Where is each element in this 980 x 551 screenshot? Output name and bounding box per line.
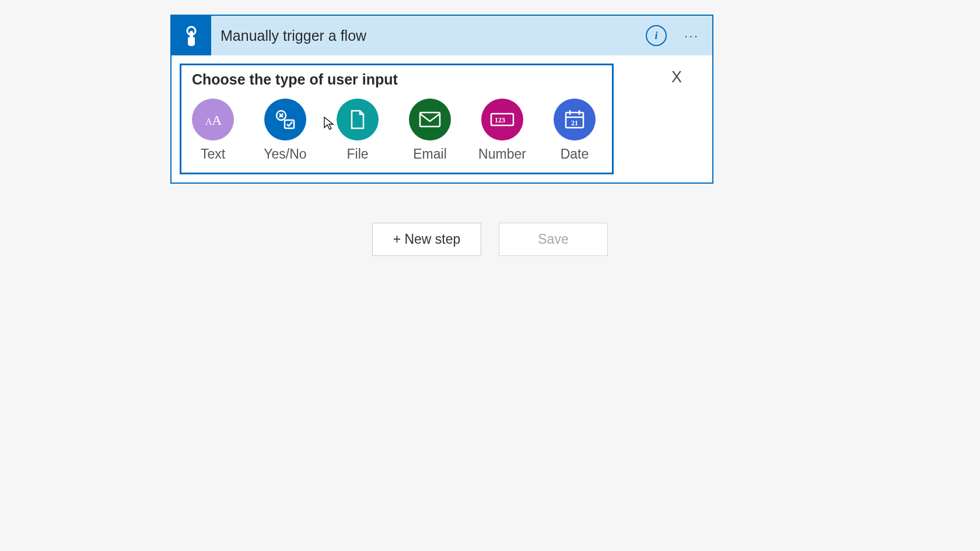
email-icon [409, 99, 451, 141]
trigger-header: Manually trigger a flow i ··· [172, 16, 712, 55]
file-icon [337, 99, 379, 141]
input-options-row: A A Text [192, 94, 601, 162]
input-option-yesno[interactable]: Yes/No [264, 99, 306, 162]
save-button: Save [499, 223, 608, 256]
input-option-label: Email [413, 146, 447, 162]
input-type-panel: Choose the type of user input A A Text [180, 64, 614, 174]
svg-text:21: 21 [571, 119, 578, 127]
text-icon: A A [192, 99, 234, 141]
input-option-label: Text [201, 146, 225, 162]
input-option-label: File [346, 146, 368, 162]
yesno-icon [264, 99, 306, 141]
input-option-label: Yes/No [264, 146, 306, 162]
info-icon[interactable]: i [646, 25, 667, 46]
input-option-date[interactable]: 21 Date [554, 99, 596, 162]
close-panel-button[interactable]: X [671, 68, 682, 86]
svg-rect-8 [420, 113, 440, 127]
panel-heading: Choose the type of user input [192, 71, 601, 88]
svg-text:123: 123 [495, 116, 505, 124]
more-options-icon[interactable]: ··· [677, 24, 706, 47]
trigger-body: Choose the type of user input A A Text [172, 55, 712, 183]
input-option-file[interactable]: File [337, 99, 379, 162]
input-option-number[interactable]: 123 Number [481, 99, 523, 162]
touch-icon [180, 24, 203, 47]
trigger-title: Manually trigger a flow [211, 27, 646, 44]
new-step-button[interactable]: + New step [372, 223, 481, 256]
calendar-icon: 21 [554, 99, 596, 141]
number-icon: 123 [481, 99, 523, 141]
trigger-card: Manually trigger a flow i ··· Choose the… [170, 15, 713, 184]
input-option-label: Number [478, 146, 526, 162]
svg-text:A: A [212, 113, 222, 128]
input-option-label: Date [561, 146, 589, 162]
input-option-email[interactable]: Email [409, 99, 451, 162]
flow-actions: + New step Save [0, 223, 980, 256]
manual-trigger-icon [172, 16, 211, 55]
input-option-text[interactable]: A A Text [192, 99, 234, 162]
